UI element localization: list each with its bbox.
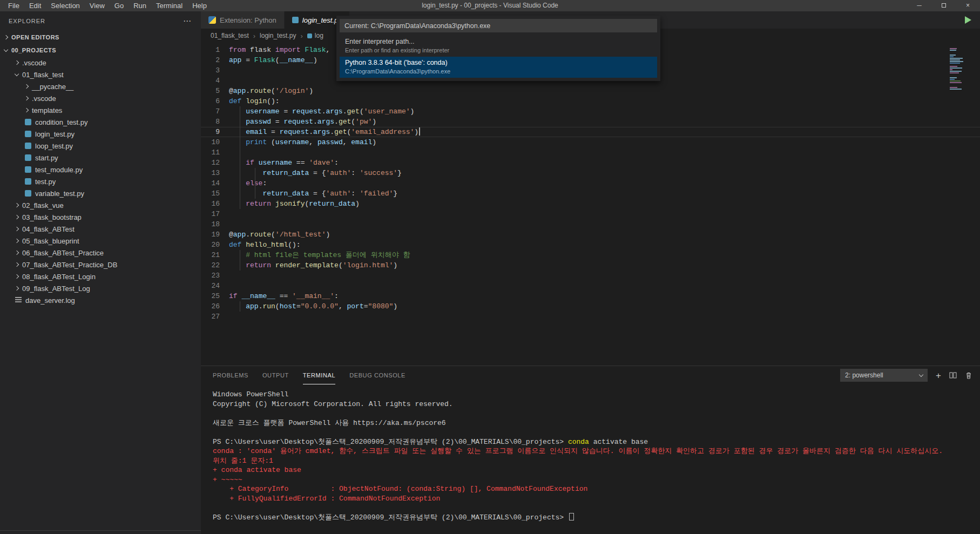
tree-item[interactable]: templates <box>0 104 201 116</box>
code-line[interactable]: 22 return render_template('login.html') <box>201 260 980 271</box>
tree-item[interactable]: test.py <box>0 175 201 187</box>
code-line[interactable]: 20def hello_html(): <box>201 240 980 250</box>
kill-terminal-button[interactable] <box>965 371 972 379</box>
code-line[interactable]: 15 return_data = {'auth': 'failed'} <box>201 188 980 199</box>
minimap-line <box>950 66 957 67</box>
code-line[interactable]: 18 <box>201 219 980 229</box>
menu-item-view[interactable]: View <box>85 0 110 11</box>
minimap[interactable] <box>950 48 972 92</box>
run-python-file-button[interactable] <box>965 16 971 24</box>
menu-item-selection[interactable]: Selection <box>46 0 84 11</box>
minimap-line <box>950 82 962 83</box>
tree-item[interactable]: 01_flask_test <box>0 69 201 80</box>
tree-item[interactable]: test_module.py <box>0 164 201 175</box>
tree-item[interactable]: login_test.py <box>0 128 201 140</box>
tree-item[interactable]: 02_flask_vue <box>0 199 201 211</box>
chevron-down-icon <box>919 373 923 377</box>
code-line[interactable]: 16 return jsonify(return_data) <box>201 199 980 209</box>
code-line[interactable]: 8 passwd = request.args.get('pw') <box>201 117 980 127</box>
code-text: from flask import Flask, <box>229 45 330 55</box>
code-line[interactable]: 6def login(): <box>201 96 980 106</box>
code-line[interactable]: 12 if username == 'dave': <box>201 158 980 168</box>
interpreter-path-input[interactable] <box>340 19 657 32</box>
tree-item[interactable]: variable_test.py <box>0 187 201 199</box>
menu-item-go[interactable]: Go <box>110 0 129 11</box>
code-lines: 1from flask import Flask,2app = Flask(__… <box>201 45 980 322</box>
code-editor[interactable]: 1from flask import Flask,2app = Flask(__… <box>201 43 980 366</box>
minimap-line <box>950 56 954 57</box>
menu-item-file[interactable]: File <box>3 0 24 11</box>
menu-item-help[interactable]: Help <box>187 0 212 11</box>
interpreter-option[interactable]: Enter interpreter path...Enter path or f… <box>340 36 657 57</box>
tree-item[interactable]: .vscode <box>0 92 201 104</box>
panel-tab-terminal[interactable]: TERMINAL <box>303 366 335 384</box>
interpreter-option-label: Python 3.8.3 64-bit ('base': conda) <box>345 59 652 66</box>
log-file-icon <box>15 297 22 303</box>
code-line[interactable]: 13 return_data = {'auth': 'success'} <box>201 168 980 178</box>
code-line[interactable]: 10 print (username, passwd, email) <box>201 137 980 147</box>
code-line[interactable]: 24 <box>201 281 980 291</box>
minimize-button[interactable]: ─ <box>907 0 931 11</box>
menu-item-run[interactable]: Run <box>129 0 151 11</box>
tree-item[interactable]: 04_flask_ABTest <box>0 223 201 235</box>
tree-item[interactable]: .vscode <box>0 57 201 69</box>
tree-item[interactable]: 08_flask_ABTest_Login <box>0 271 201 282</box>
panel-tab-problems[interactable]: PROBLEMS <box>213 366 248 384</box>
panel-tab-output[interactable]: OUTPUT <box>262 366 289 384</box>
close-button[interactable]: × <box>956 0 980 11</box>
open-editors-section[interactable]: OPEN EDITORS <box>0 31 201 44</box>
editor-tab[interactable]: Extension: Python <box>201 11 285 29</box>
tree-item[interactable]: 07_flask_ABTest_Practice_DB <box>0 259 201 271</box>
code-line[interactable]: 7 username = request.args.get('user_name… <box>201 106 980 117</box>
tree-item[interactable]: condition_test.py <box>0 116 201 128</box>
tree-item[interactable]: dave_server.log <box>0 294 201 306</box>
split-terminal-button[interactable] <box>949 371 957 379</box>
tree-item[interactable]: loop_test.py <box>0 140 201 152</box>
tree-item-label: 01_flask_test <box>22 71 64 79</box>
code-line[interactable]: 11 <box>201 147 980 158</box>
terminal-instance-select[interactable]: 2: powershell <box>840 369 928 382</box>
terminal-output[interactable]: Windows PowerShellCopyright (C) Microsof… <box>201 384 980 522</box>
code-line[interactable]: 9 email = request.args.get('email_addres… <box>201 127 980 137</box>
code-line[interactable]: 5@app.route('/login') <box>201 86 980 96</box>
trash-icon <box>965 371 972 379</box>
line-number: 21 <box>201 250 229 260</box>
code-line[interactable]: 17 <box>201 209 980 219</box>
tree-item[interactable]: start.py <box>0 152 201 164</box>
code-line[interactable]: 25if __name__ == '__main__': <box>201 291 980 301</box>
new-terminal-button[interactable]: + <box>936 371 941 380</box>
terminal-line: PS C:\Users\user\Desktop\첫풀스택_20200909_저… <box>213 437 980 447</box>
code-text: passwd = request.args.get('pw') <box>229 117 376 127</box>
line-number: 5 <box>201 86 229 96</box>
code-line[interactable]: 27 <box>201 312 980 322</box>
breadcrumb-item[interactable]: 01_flask_test <box>211 32 249 39</box>
project-section[interactable]: 00_PROJECTS <box>0 44 201 57</box>
code-line[interactable]: 23 <box>201 271 980 281</box>
code-line[interactable]: 19@app.route('/html_test') <box>201 229 980 240</box>
indent-guide <box>240 106 240 209</box>
outline-section[interactable]: OUTLINE <box>0 530 201 534</box>
code-line[interactable]: 14 else: <box>201 178 980 188</box>
more-actions-icon[interactable]: ⋯ <box>183 18 192 24</box>
code-text: if username == 'dave': <box>229 158 339 168</box>
tree-item[interactable]: 05_flask_blueprint <box>0 235 201 247</box>
tree-item[interactable]: __pycache__ <box>0 80 201 92</box>
tree-item[interactable]: 06_flask_ABTest_Practice <box>0 247 201 259</box>
menu-item-edit[interactable]: Edit <box>24 0 46 11</box>
minimap-line <box>950 84 972 85</box>
breadcrumb-item[interactable]: log <box>307 32 323 39</box>
breadcrumb-item[interactable]: login_test.py <box>260 32 296 39</box>
menu-item-terminal[interactable]: Terminal <box>151 0 187 11</box>
tree-item[interactable]: 09_flask_ABTest_Log <box>0 282 201 294</box>
tree-item[interactable]: 03_flask_bootstrap <box>0 211 201 223</box>
restore-icon <box>942 3 946 8</box>
code-text: app.run(host="0.0.0.0", port="8080") <box>229 301 397 312</box>
minimap-line <box>950 50 956 51</box>
restore-button[interactable] <box>931 0 956 11</box>
terminal-line: PS C:\Users\user\Desktop\첫풀스택_20200909_저… <box>213 513 980 523</box>
interpreter-option[interactable]: Python 3.8.3 64-bit ('base': conda)C:\Pr… <box>340 57 657 78</box>
code-line[interactable]: 21 # html file은 templates 폴더에 위치해야 함 <box>201 250 980 260</box>
line-number: 7 <box>201 106 229 117</box>
panel-tab-debug-console[interactable]: DEBUG CONSOLE <box>349 366 405 384</box>
code-line[interactable]: 26 app.run(host="0.0.0.0", port="8080") <box>201 301 980 312</box>
